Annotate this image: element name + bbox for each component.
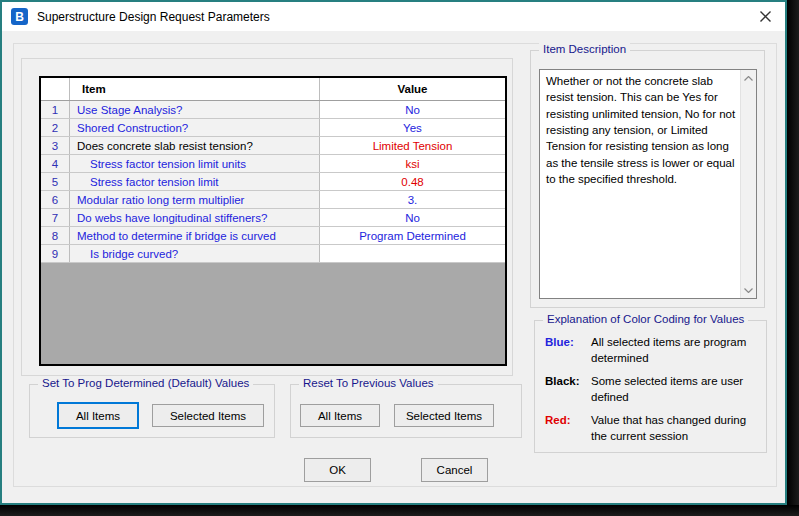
row-number: 1 <box>41 101 70 118</box>
title-bar[interactable]: B Superstructure Design Request Paramete… <box>2 2 785 31</box>
row-value-cell[interactable]: Limited Tension <box>320 137 505 154</box>
parameter-table: Item Value 1Use Stage Analysis?No2Shored… <box>39 76 507 366</box>
color-coding-legend-group: Explanation of Color Coding for Values B… <box>534 320 767 453</box>
window-drop-shadow <box>0 505 799 516</box>
app-icon: B <box>11 8 28 25</box>
row-number: 4 <box>41 155 70 172</box>
legend-key: Black: <box>545 374 591 405</box>
item-description-group-label: Item Description <box>539 43 630 55</box>
row-item-label: Does concrete slab resist tension? <box>70 137 320 154</box>
set-default-values-group-label: Set To Prog Determined (Default) Values <box>38 377 253 389</box>
table-header-row: Item Value <box>41 78 505 101</box>
legend-text: Value that has changed during the curren… <box>591 413 759 444</box>
row-value-cell[interactable]: 0.48 <box>320 173 505 190</box>
description-scrollbar[interactable] <box>740 70 756 298</box>
legend-row: Red:Value that has changed during the cu… <box>545 413 766 444</box>
table-row[interactable]: 1Use Stage Analysis?No <box>41 101 505 119</box>
window-title: Superstructure Design Request Parameters <box>37 10 270 24</box>
table-row[interactable]: 3Does concrete slab resist tension?Limit… <box>41 137 505 155</box>
row-number: 6 <box>41 191 70 208</box>
item-description-text: Whether or not the concrete slab resist … <box>540 70 740 298</box>
row-item-label: Shored Construction? <box>70 119 320 136</box>
table-body: 1Use Stage Analysis?No2Shored Constructi… <box>41 101 505 263</box>
item-description-textbox[interactable]: Whether or not the concrete slab resist … <box>539 69 757 299</box>
superstructure-design-request-parameters-dialog: B Superstructure Design Request Paramete… <box>0 0 787 505</box>
reset-previous-all-items-button[interactable]: All Items <box>300 404 380 427</box>
item-description-group: Item Description Whether or not the conc… <box>530 50 765 308</box>
row-item-label: Modular ratio long term multiplier <box>70 191 320 208</box>
scroll-down-icon[interactable] <box>741 282 756 298</box>
table-row[interactable]: 4Stress factor tension limit unitsksi <box>41 155 505 173</box>
legend-key: Red: <box>545 413 591 444</box>
row-number: 7 <box>41 209 70 226</box>
legend-key: Blue: <box>545 335 591 366</box>
row-number: 2 <box>41 119 70 136</box>
legend-row: Black:Some selected items are user defin… <box>545 374 766 405</box>
row-number: 9 <box>41 245 70 262</box>
row-item-label: Stress factor tension limit units <box>70 155 320 172</box>
row-value-cell[interactable] <box>320 245 505 262</box>
window-drop-shadow <box>787 0 799 516</box>
reset-previous-selected-items-button[interactable]: Selected Items <box>394 404 494 427</box>
row-number: 5 <box>41 173 70 190</box>
legend-text: Some selected items are user defined <box>591 374 759 405</box>
reset-previous-values-group-label: Reset To Previous Values <box>299 377 438 389</box>
desktop-background: B Superstructure Design Request Paramete… <box>0 0 799 516</box>
table-row[interactable]: 9Is bridge curved? <box>41 245 505 263</box>
row-number: 8 <box>41 227 70 244</box>
row-value-cell[interactable]: 3. <box>320 191 505 208</box>
legend-body: Blue:All selected items are program dete… <box>535 321 766 444</box>
header-number-column <box>41 78 70 100</box>
scroll-up-icon[interactable] <box>741 70 756 86</box>
row-value-cell[interactable]: No <box>320 101 505 118</box>
table-row[interactable]: 5Stress factor tension limit0.48 <box>41 173 505 191</box>
row-item-label: Is bridge curved? <box>70 245 320 262</box>
row-item-label: Do webs have longitudinal stiffeners? <box>70 209 320 226</box>
cancel-button[interactable]: Cancel <box>421 458 488 482</box>
table-row[interactable]: 7Do webs have longitudinal stiffeners?No <box>41 209 505 227</box>
close-icon <box>759 10 772 23</box>
table-row[interactable]: 2Shored Construction?Yes <box>41 119 505 137</box>
set-default-selected-items-button[interactable]: Selected Items <box>152 404 264 427</box>
header-item: Item <box>70 78 320 100</box>
row-value-cell[interactable]: No <box>320 209 505 226</box>
row-item-label: Use Stage Analysis? <box>70 101 320 118</box>
row-number: 3 <box>41 137 70 154</box>
table-row[interactable]: 6Modular ratio long term multiplier3. <box>41 191 505 209</box>
table-row[interactable]: 8Method to determine if bridge is curved… <box>41 227 505 245</box>
row-value-cell[interactable]: Yes <box>320 119 505 136</box>
row-item-label: Stress factor tension limit <box>70 173 320 190</box>
ok-button[interactable]: OK <box>304 458 371 482</box>
row-value-cell[interactable]: ksi <box>320 155 505 172</box>
legend-text: All selected items are program determine… <box>591 335 759 366</box>
set-default-all-items-button[interactable]: All Items <box>57 402 139 429</box>
header-value: Value <box>320 78 505 100</box>
row-value-cell[interactable]: Program Determined <box>320 227 505 244</box>
legend-row: Blue:All selected items are program dete… <box>545 335 766 366</box>
row-item-label: Method to determine if bridge is curved <box>70 227 320 244</box>
close-button[interactable] <box>745 2 785 31</box>
color-coding-legend-label: Explanation of Color Coding for Values <box>543 313 748 325</box>
